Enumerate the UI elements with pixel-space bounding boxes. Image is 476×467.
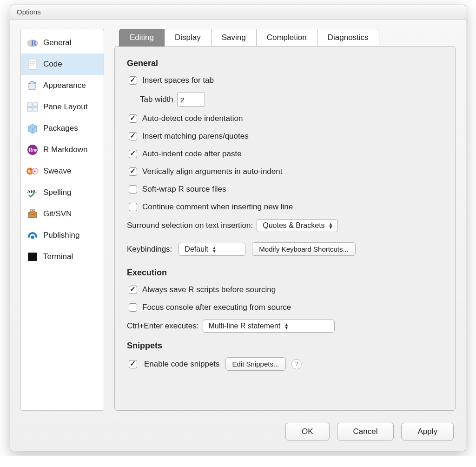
sidebar-item-sweave[interactable]: Rnw Sweave: [21, 160, 104, 182]
sidebar-item-general[interactable]: R General: [21, 32, 104, 53]
checkbox-match-parens[interactable]: [129, 132, 137, 140]
svg-rect-19: [28, 253, 37, 261]
options-window: Options R General Code Appearance: [10, 5, 466, 451]
svg-rect-10: [27, 107, 32, 111]
label-enable-snippets: Enable code snippets: [144, 360, 220, 369]
svg-point-6: [29, 82, 35, 84]
sidebar-item-label: Code: [43, 60, 62, 69]
sidebar-item-rmarkdown[interactable]: Rmd R Markdown: [21, 139, 104, 160]
svg-rect-7: [34, 82, 36, 83]
label-focus-console: Focus console after executing from sourc…: [142, 303, 291, 312]
checkbox-continue-comment[interactable]: [129, 203, 137, 211]
sidebar-item-label: Spelling: [43, 188, 72, 197]
select-ctrl-enter[interactable]: Multi-line R statement ▲▼: [203, 320, 335, 333]
spelling-icon: ABC: [26, 187, 39, 199]
sidebar-item-label: Terminal: [43, 252, 73, 261]
checkbox-auto-indent-paste[interactable]: [129, 150, 137, 158]
label-ctrl-enter: Ctrl+Enter executes:: [127, 321, 199, 331]
label-tab-width: Tab width: [140, 95, 173, 104]
tab-diagnostics[interactable]: Diagnostics: [317, 29, 379, 47]
r-logo-icon: R: [26, 37, 39, 49]
checkbox-focus-console[interactable]: [129, 303, 137, 312]
sidebar-item-label: Appearance: [43, 81, 86, 90]
svg-rect-11: [33, 107, 38, 111]
checkbox-save-before-source[interactable]: [129, 286, 137, 294]
sidebar-item-label: Publishing: [43, 231, 79, 240]
publishing-icon: [26, 229, 39, 241]
apply-button[interactable]: Apply: [401, 423, 454, 440]
section-title-execution: Execution: [127, 268, 443, 278]
label-insert-spaces: Insert spaces for tab: [142, 76, 214, 85]
select-surround-selection[interactable]: Quotes & Brackets ▲▼: [257, 219, 337, 232]
sidebar-item-code[interactable]: Code: [21, 53, 104, 75]
svg-text:ABC: ABC: [27, 188, 38, 194]
label-continue-comment: Continue comment when inserting new line: [142, 202, 293, 212]
sidebar-item-label: Pane Layout: [43, 102, 87, 112]
sidebar-item-publishing[interactable]: Publishing: [21, 225, 104, 246]
label-auto-indent-paste: Auto-indent code after paste: [142, 149, 242, 159]
sidebar-item-terminal[interactable]: Terminal: [21, 246, 104, 267]
label-keybindings: Keybindings:: [127, 245, 172, 254]
sidebar-item-label: Sweave: [43, 167, 71, 176]
dialog-footer: OK Cancel Apply: [10, 415, 466, 451]
updown-icon: ▲▼: [212, 246, 216, 253]
label-auto-detect-indent: Auto-detect code indentation: [142, 114, 243, 123]
package-icon: [26, 122, 39, 134]
checkbox-valign-args[interactable]: [129, 167, 137, 176]
svg-rect-9: [33, 103, 38, 107]
document-icon: [26, 58, 39, 70]
sidebar-item-label: R Markdown: [43, 145, 87, 154]
sweave-icon: Rnw: [26, 165, 39, 177]
section-title-general: General: [127, 59, 443, 68]
checkbox-auto-detect-indent[interactable]: [129, 114, 137, 123]
select-value: Multi-line R statement: [209, 322, 281, 330]
updown-icon: ▲▼: [329, 222, 333, 229]
select-value: Quotes & Brackets: [263, 221, 324, 230]
sidebar-item-spelling[interactable]: ABC Spelling: [21, 182, 104, 203]
label-surround-selection: Surround selection on text insertion:: [127, 221, 253, 230]
select-value: Default: [185, 245, 208, 254]
sidebar-item-label: Git/SVN: [43, 209, 72, 219]
updown-icon: ▲▼: [284, 323, 288, 329]
svg-text:R: R: [31, 39, 37, 47]
section-title-snippets: Snippets: [127, 341, 443, 351]
label-match-parens: Insert matching parens/quotes: [142, 132, 249, 141]
pane-layout-icon: [26, 101, 39, 113]
rmarkdown-icon: Rmd: [26, 144, 39, 156]
tabbar: Editing Display Saving Completion Diagno…: [119, 29, 456, 47]
label-soft-wrap: Soft-wrap R source files: [142, 185, 226, 194]
main: Editing Display Saving Completion Diagno…: [114, 29, 456, 411]
sidebar-item-git-svn[interactable]: Git/SVN: [21, 203, 104, 225]
checkbox-insert-spaces[interactable]: [129, 76, 137, 85]
checkbox-enable-snippets[interactable]: [129, 360, 137, 368]
paint-bucket-icon: [26, 80, 39, 92]
sidebar-item-label: Packages: [43, 124, 78, 133]
edit-snippets-button[interactable]: Edit Snippets...: [225, 357, 286, 371]
checkbox-soft-wrap[interactable]: [129, 185, 137, 193]
help-icon[interactable]: ?: [291, 359, 302, 369]
sidebar-item-appearance[interactable]: Appearance: [21, 75, 104, 96]
tab-saving[interactable]: Saving: [211, 29, 257, 47]
tab-display[interactable]: Display: [164, 29, 212, 47]
tab-completion[interactable]: Completion: [256, 29, 317, 47]
svg-rect-2: [28, 59, 37, 69]
tab-editing[interactable]: Editing: [119, 29, 165, 47]
modify-keyboard-shortcuts-button[interactable]: Modify Keyboard Shortcuts...: [252, 242, 356, 256]
window-body: R General Code Appearance Pane: [10, 20, 466, 415]
svg-text:Rmd: Rmd: [29, 147, 38, 153]
label-valign-args: Vertically align arguments in auto-inden…: [142, 167, 282, 176]
sidebar-item-packages[interactable]: Packages: [21, 118, 104, 139]
cancel-button[interactable]: Cancel: [337, 423, 394, 440]
box-icon: [26, 208, 39, 220]
sidebar-item-label: General: [43, 38, 71, 47]
sidebar-item-pane-layout[interactable]: Pane Layout: [21, 96, 104, 118]
window-title: Options: [10, 5, 466, 20]
select-keybindings[interactable]: Default ▲▼: [178, 243, 245, 256]
ok-button[interactable]: OK: [285, 423, 330, 440]
terminal-icon: [26, 251, 39, 263]
svg-rect-8: [27, 103, 32, 107]
input-tab-width[interactable]: [177, 93, 205, 107]
label-save-before-source: Always save R scripts before sourcing: [142, 285, 276, 294]
sidebar: R General Code Appearance Pane: [20, 29, 104, 411]
svg-point-18: [31, 236, 34, 239]
